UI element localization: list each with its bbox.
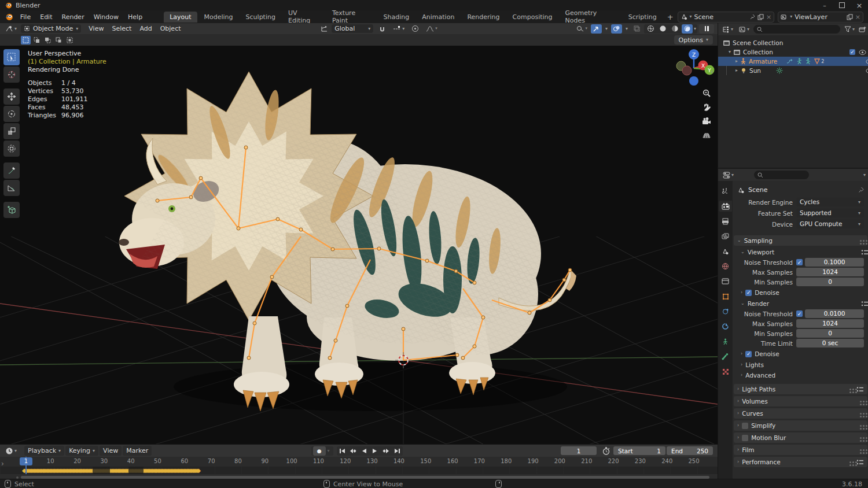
tab-view-layer[interactable] <box>719 231 732 242</box>
xray-toggle[interactable] <box>631 24 642 34</box>
outliner-row-collection[interactable]: ▾ Collection ✓ <box>718 47 868 57</box>
property-checkbox[interactable]: ✓ <box>796 310 803 317</box>
pin-icon[interactable] <box>858 187 864 193</box>
minimize-button[interactable]: – <box>816 0 833 10</box>
viewlayer-selector[interactable]: ▾ ViewLayer × <box>778 12 863 23</box>
properties-editor-type-button[interactable]: ▾ <box>721 171 735 180</box>
viewport-menu-item[interactable]: View <box>84 24 108 34</box>
unlink-scene-icon[interactable]: × <box>766 13 771 21</box>
play-button[interactable] <box>370 446 381 456</box>
presets-icon[interactable] <box>861 301 868 307</box>
viewport-canvas[interactable]: User Perspective (1) Collection | Armatu… <box>0 46 718 444</box>
zoom-tool-icon[interactable] <box>701 88 712 99</box>
property-dropdown[interactable]: Supported▾ <box>796 209 864 217</box>
property-value-field[interactable]: 0 sec <box>796 339 864 347</box>
select-invert-button[interactable] <box>54 36 64 45</box>
shading-solid-button[interactable] <box>657 24 668 34</box>
presets-icon[interactable] <box>861 249 868 256</box>
blender-menu-icon[interactable] <box>5 13 13 21</box>
shading-rendered-button[interactable] <box>682 24 693 34</box>
menu-item[interactable]: Window <box>89 12 123 23</box>
workspace-tab[interactable]: Layout <box>164 12 197 23</box>
panel-header[interactable]: › Motion Blur <box>734 432 867 443</box>
menu-item[interactable]: Edit <box>35 12 57 23</box>
menu-item[interactable]: File <box>16 12 35 23</box>
options-dropdown[interactable]: Options▾ <box>674 35 713 45</box>
panel-grip[interactable] <box>860 413 862 415</box>
properties-search-input[interactable] <box>754 171 808 179</box>
tool-measure[interactable] <box>3 180 20 196</box>
tool-scale[interactable] <box>3 123 20 139</box>
panel-header[interactable]: › Curves <box>734 408 867 419</box>
panel-checkbox[interactable] <box>742 435 748 441</box>
jump-prev-keyframe-button[interactable] <box>348 446 359 456</box>
orthographic-toggle-icon[interactable] <box>701 130 712 141</box>
panel-grip[interactable] <box>860 425 862 427</box>
tab-bone[interactable] <box>719 351 732 362</box>
properties-options-icon[interactable]: ▾ <box>863 173 866 178</box>
hide-eye-icon[interactable] <box>866 59 868 64</box>
tool-add-cube[interactable] <box>3 202 20 218</box>
timeline-sidebar-toggle-icon[interactable]: › <box>1 460 4 468</box>
tab-object[interactable] <box>719 291 732 302</box>
outliner-row-armature[interactable]: ▸ Armature 2 <box>718 57 868 66</box>
property-value-field[interactable]: 0.0100 <box>805 309 864 318</box>
timeline-menu-item[interactable]: Marker▾ <box>123 446 152 456</box>
subpanel-denoise-render[interactable]: › ✓ Denoise <box>733 348 868 360</box>
collection-checkbox[interactable]: ✓ <box>849 49 855 55</box>
timeline-ruler[interactable]: 1020304050607080901001101201301401501601… <box>0 457 718 467</box>
property-value-field[interactable]: 0 <box>796 329 864 338</box>
viewport-menu-item[interactable]: Select <box>108 24 135 34</box>
subpanel-denoise-viewport[interactable]: › ✓ Denoise <box>733 287 868 298</box>
tool-transform[interactable] <box>3 141 20 157</box>
select-extend-button[interactable] <box>32 36 42 45</box>
shading-dropdown[interactable]: ▾ <box>694 27 696 31</box>
timeline-menu-item[interactable]: Keying▾ <box>65 446 98 456</box>
tool-cursor[interactable] <box>3 66 20 83</box>
sun-expander[interactable]: ▸ <box>735 68 738 73</box>
pause-render-button[interactable] <box>699 24 714 34</box>
snap-with-dropdown[interactable]: ▾ <box>391 24 406 34</box>
gizmos-toggle[interactable] <box>591 24 602 34</box>
tab-scene[interactable] <box>719 246 732 257</box>
tab-world[interactable] <box>719 261 732 272</box>
tab-texture[interactable] <box>719 366 732 377</box>
tab-collection-props[interactable] <box>719 276 732 287</box>
panel-grip[interactable] <box>849 389 851 390</box>
subpanel-header-viewport[interactable]: ⌄ Viewport <box>733 247 868 257</box>
sidebar-toggle-icon[interactable]: ‹ <box>711 68 713 76</box>
outliner-row-sun[interactable]: ▸ Sun <box>718 66 868 75</box>
collection-expander[interactable]: ▾ <box>729 50 731 54</box>
panel-header[interactable]: › Volumes <box>734 396 867 406</box>
property-dropdown[interactable]: Cycles▾ <box>796 198 864 206</box>
hide-eye-icon[interactable] <box>866 68 868 73</box>
jump-to-start-button[interactable] <box>337 446 348 456</box>
overlays-toggle[interactable] <box>611 24 622 34</box>
shading-wireframe-button[interactable] <box>645 24 656 34</box>
maximize-button[interactable] <box>833 0 851 10</box>
gizmo-axis-neg-z[interactable] <box>689 76 698 86</box>
use-preview-range-icon[interactable] <box>602 447 610 455</box>
new-collection-icon[interactable] <box>859 26 866 33</box>
select-subtract-button[interactable] <box>43 36 53 45</box>
panel-header[interactable]: › Light Paths <box>734 384 867 394</box>
orientation-dropdown[interactable]: Global ▾ <box>332 24 373 33</box>
jump-next-keyframe-button[interactable] <box>381 446 392 456</box>
gizmo-axis-neg-y[interactable] <box>682 66 692 75</box>
property-dropdown[interactable]: GPU Compute▾ <box>796 220 864 228</box>
play-reverse-button[interactable] <box>359 446 370 456</box>
property-checkbox[interactable]: ✓ <box>796 259 803 265</box>
panel-grip[interactable] <box>860 240 862 242</box>
subpanel-advanced[interactable]: › Advanced <box>733 370 868 380</box>
new-viewlayer-icon[interactable] <box>847 14 853 20</box>
jump-to-end-button[interactable] <box>392 446 403 456</box>
timeline-menu-item[interactable]: View▾ <box>100 446 122 456</box>
keying-set-dropdown[interactable]: ▾ <box>328 449 330 453</box>
editor-type-button[interactable]: ▾ <box>3 24 19 34</box>
menu-item[interactable]: Help <box>123 12 147 23</box>
panel-header[interactable]: › Performance <box>734 457 867 467</box>
armature-expander[interactable]: ▸ <box>735 59 738 64</box>
subpanel-lights[interactable]: › Lights <box>733 360 868 370</box>
select-intersect-button[interactable] <box>65 36 75 45</box>
subpanel-header-render[interactable]: ⌄ Render <box>733 298 868 309</box>
